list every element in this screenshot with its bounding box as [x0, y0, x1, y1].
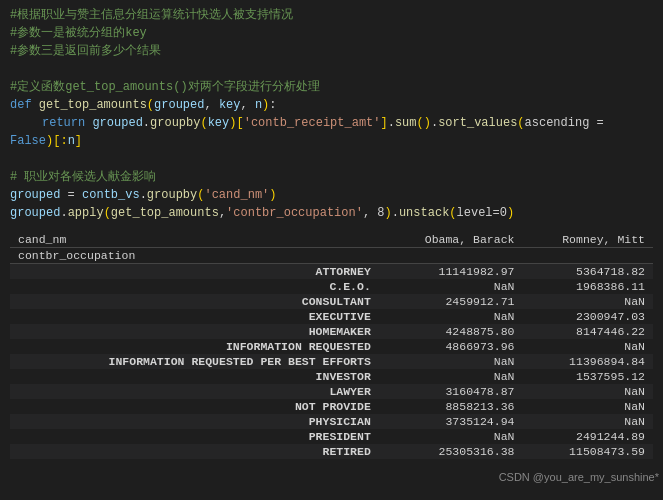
row-romney-value: NaN	[522, 294, 653, 309]
def-line: def get_top_amounts(grouped, key, n):	[10, 96, 653, 114]
row-obama-value: NaN	[383, 369, 523, 384]
func-sum: sum	[395, 116, 417, 130]
br13: )	[385, 206, 392, 220]
dot1: .	[143, 116, 150, 130]
row-obama-value: 3160478.87	[383, 384, 523, 399]
row-label: HOMEMAKER	[10, 324, 383, 339]
comment-5: # 职业对各候选人献金影响	[10, 168, 653, 186]
table-row: ATTORNEY11141982.975364718.82	[10, 264, 653, 280]
row-obama-value: NaN	[383, 429, 523, 444]
row-romney-value: 2491244.89	[522, 429, 653, 444]
col-empty-1	[383, 248, 523, 264]
blank-2	[10, 150, 653, 168]
br1: (	[200, 116, 207, 130]
op-eq: =	[597, 116, 604, 130]
func-name: get_top_amounts	[39, 98, 147, 112]
comma4: , 8	[363, 206, 385, 220]
param-n2: n	[68, 134, 75, 148]
col-obama-header: Obama, Barack	[383, 232, 523, 248]
col-header-label: cand_nm	[10, 232, 383, 248]
str-col: 'contb_receipt_amt'	[244, 116, 381, 130]
var-contb: contb_vs	[82, 188, 140, 202]
row-label: LAWYER	[10, 384, 383, 399]
row-romney-value: 8147446.22	[522, 324, 653, 339]
str-cand: 'cand_nm'	[204, 188, 269, 202]
row-romney-value: 1968386.11	[522, 279, 653, 294]
row-obama-value: 3735124.94	[383, 414, 523, 429]
comment-2: #参数一是被统分组的key	[10, 24, 653, 42]
func-groupby2: groupby	[147, 188, 197, 202]
grouped-line1: grouped = contb_vs.groupby('cand_nm')	[10, 186, 653, 204]
table-row: INVESTORNaN1537595.12	[10, 369, 653, 384]
var-grouped3: grouped	[10, 206, 60, 220]
dot5: .	[60, 206, 67, 220]
table-row: CONSULTANT2459912.71NaN	[10, 294, 653, 309]
table-row: INFORMATION REQUESTED PER BEST EFFORTSNa…	[10, 354, 653, 369]
func-groupby: groupby	[150, 116, 200, 130]
br6: (	[517, 116, 524, 130]
kw-false: False	[10, 134, 46, 148]
row-label: ATTORNEY	[10, 264, 383, 280]
var-grouped2: grouped	[10, 188, 60, 202]
row-romney-value: NaN	[522, 339, 653, 354]
asc-label: ascending	[525, 116, 597, 130]
str-occ: 'contbr_occupation'	[226, 206, 363, 220]
comma2: ,	[240, 98, 254, 112]
row-obama-value: 4248875.80	[383, 324, 523, 339]
row-label: C.E.O.	[10, 279, 383, 294]
row-label: INVESTOR	[10, 369, 383, 384]
var-grouped: grouped	[92, 116, 142, 130]
comment-4: #定义函数get_top_amounts()对两个字段进行分析处理	[10, 78, 653, 96]
watermark: CSDN @you_are_my_sunshine*	[0, 469, 663, 485]
keyword-return: return	[42, 116, 92, 130]
table-row: LAWYER3160478.87NaN	[10, 384, 653, 399]
func-unstack: unstack	[399, 206, 449, 220]
row-label: PRESIDENT	[10, 429, 383, 444]
func-sort: sort_values	[438, 116, 517, 130]
param-key: key	[219, 98, 241, 112]
return-line: return grouped.groupby(key)['contb_recei…	[10, 114, 653, 150]
row-romney-value: 1537595.12	[522, 369, 653, 384]
row-label: INFORMATION REQUESTED PER BEST EFFORTS	[10, 354, 383, 369]
comma3: ,	[219, 206, 226, 220]
row-romney-value: 2300947.03	[522, 309, 653, 324]
br4: ]	[381, 116, 388, 130]
grouped-line2: grouped.apply(get_top_amounts,'contbr_oc…	[10, 204, 653, 222]
br5: ()	[417, 116, 431, 130]
data-table: cand_nm Obama, Barack Romney, Mitt contb…	[10, 232, 653, 459]
blank-1	[10, 60, 653, 78]
row-obama-value: NaN	[383, 279, 523, 294]
col-empty-2	[522, 248, 653, 264]
br11: )	[269, 188, 276, 202]
table-row: INFORMATION REQUESTED4866973.96NaN	[10, 339, 653, 354]
br12: (	[104, 206, 111, 220]
row-obama-value: 11141982.97	[383, 264, 523, 280]
row-romney-value: 11396894.84	[522, 354, 653, 369]
row-label: PHYSICIAN	[10, 414, 383, 429]
br3: [	[236, 116, 243, 130]
col-romney-header: Romney, Mitt	[522, 232, 653, 248]
row-obama-value: 4866973.96	[383, 339, 523, 354]
param-n: n	[255, 98, 262, 112]
table-row: EXECUTIVENaN2300947.03	[10, 309, 653, 324]
row-label: RETIRED	[10, 444, 383, 459]
br8: [:	[53, 134, 67, 148]
watermark-text: CSDN @you_are_my_sunshine*	[499, 471, 659, 483]
br15: )	[507, 206, 514, 220]
row-obama-value: NaN	[383, 309, 523, 324]
row-obama-value: 25305316.38	[383, 444, 523, 459]
row-obama-value: 8858213.36	[383, 399, 523, 414]
table-row: C.E.O.NaN1968386.11	[10, 279, 653, 294]
index-label: contbr_occupation	[10, 248, 383, 264]
row-label: EXECUTIVE	[10, 309, 383, 324]
keyword-def: def	[10, 98, 39, 112]
index-header-row: contbr_occupation	[10, 248, 653, 264]
param-grouped: grouped	[154, 98, 204, 112]
bracket-open: (	[147, 98, 154, 112]
row-romney-value: NaN	[522, 399, 653, 414]
table-row: NOT PROVIDE8858213.36NaN	[10, 399, 653, 414]
table-row: HOMEMAKER4248875.808147446.22	[10, 324, 653, 339]
dot2: .	[388, 116, 395, 130]
comma1: ,	[204, 98, 218, 112]
comment-3: #参数三是返回前多少个结果	[10, 42, 653, 60]
